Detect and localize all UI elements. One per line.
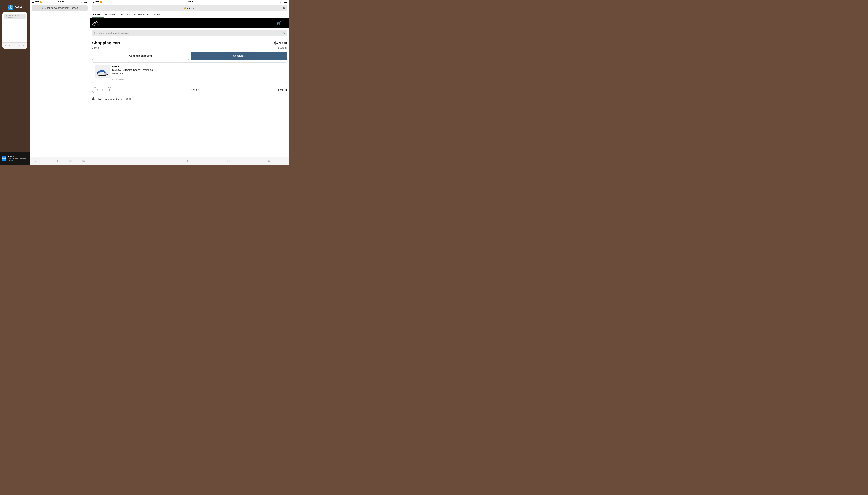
rei-search-bar[interactable]: Search for great gear & clothing 🔍: [92, 30, 287, 36]
tab-used-gear[interactable]: USED GEAR: [118, 12, 133, 18]
tabs-icon: ⧉: [23, 45, 25, 47]
rei-status-right: ◎ ↗ ⚡: [280, 1, 287, 3]
back-icon: ‹: [5, 45, 6, 47]
lock-icon: 🔒: [184, 7, 186, 9]
cart-header-row: Shopping cart $79.00: [92, 40, 287, 46]
rei-address-bar[interactable]: 🔒 rei.com ↻: [92, 5, 287, 12]
safari-bottom-bar-loading: ‹ › ⬆ 📖 ⧉: [30, 157, 89, 165]
item-name: Skyhawk Climbing Shoes - Women's: [112, 68, 285, 72]
status-right: ◎ ↗ ⚡: [80, 1, 87, 3]
carrier-label: AT&T: [35, 1, 39, 3]
bookmarks-button[interactable]: 📖: [67, 158, 74, 164]
switcher-search-text: Search or enter website name: [8, 15, 24, 18]
rei-back-button[interactable]: ‹: [109, 159, 110, 163]
rei-wifi-icon: 📶: [100, 1, 102, 3]
rei-bottom-bar: ‹ › ⬆ 📖 ⧉: [90, 157, 289, 165]
checkout-button[interactable]: Checkout: [191, 52, 287, 60]
menu-icon[interactable]: ☰: [284, 21, 287, 25]
tab-rei-adventures[interactable]: REI ADVENTURES: [133, 12, 153, 18]
cart-icon[interactable]: 🛒: [277, 21, 281, 25]
rei-header: REI CO·OP 🛒 ☰: [90, 18, 289, 28]
unit-price: $79.00: [191, 89, 199, 92]
svg-text:CO·OP: CO·OP: [93, 24, 95, 25]
cart-item-details: evolv Skyhawk Climbing Shoes - Women's W…: [112, 65, 285, 81]
shipping-text: Ship - Free for orders over $50: [97, 98, 131, 100]
handoff-title: Safari: [8, 155, 28, 158]
safari-content-loading: [30, 12, 89, 157]
share-button[interactable]: ⬆: [55, 159, 60, 163]
rei-carrier: AT&T: [95, 1, 99, 3]
battery-tip: [87, 2, 88, 2]
reload-icon[interactable]: ↻: [283, 6, 285, 10]
rei-logo-svg: REI CO·OP: [92, 19, 101, 27]
arrow-icon: ↗: [82, 1, 84, 3]
rei-domain: rei.com: [187, 7, 195, 10]
quantity-increase-button[interactable]: +: [106, 87, 112, 93]
safari-progress-bar: [34, 11, 51, 12]
switcher-search-bar: 🔍 Search or enter website name: [4, 14, 26, 19]
battery-icon: ⚡: [84, 1, 87, 3]
rei-battery-tip: [287, 2, 287, 2]
item-color: White/Blue: [112, 72, 285, 75]
rei-location-icon: ◎: [280, 1, 282, 3]
rei-logo: REI CO·OP: [92, 19, 101, 27]
rei-bookmarks-button[interactable]: 📖: [226, 159, 231, 163]
rei-time: 4:07 PM: [188, 1, 194, 3]
safari-address-bar-loading[interactable]: 🔍 Opening Webpage from Handoff: [32, 5, 88, 12]
svg-point-13: [104, 72, 107, 74]
signal-bar-4: [94, 1, 94, 3]
rei-arrow-icon: ↗: [282, 1, 284, 3]
cart-item-image: [95, 65, 110, 78]
continue-shopping-button[interactable]: Continue shopping: [92, 52, 189, 60]
rei-panel: AT&T 📶 4:07 PM ◎ ↗ ⚡ 🔒 rei.com ↻ SHOP RE…: [89, 0, 289, 165]
rei-search-icon: 🔍: [282, 31, 285, 34]
bookmarks-icon: □: [18, 45, 19, 47]
wifi-icon: 📶: [40, 1, 42, 3]
shipping-radio[interactable]: [92, 97, 95, 100]
signal-bar-3: [33, 2, 34, 3]
cart-meta-row: 1 item Subtotal: [92, 46, 287, 49]
tabs-button[interactable]: ⧉: [81, 159, 86, 164]
cart-item-card: evolv Skyhawk Climbing Shoes - Women's W…: [92, 62, 287, 83]
shipping-radio-fill: [93, 98, 94, 100]
search-icon-sm: 🔍: [41, 7, 44, 9]
quantity-control: − 1 +: [92, 87, 112, 93]
switcher-app-title: Safari: [15, 6, 22, 9]
search-icon: 🔍: [5, 16, 8, 17]
signal-bar-4: [34, 1, 34, 3]
rei-forward-button[interactable]: ›: [148, 159, 149, 163]
tab-classes[interactable]: CLASSES: [153, 12, 165, 18]
forward-icon: ›: [9, 45, 10, 47]
app-switcher-panel: Safari 🔍 Search or enter website name ‹ …: [0, 0, 30, 165]
rei-search-placeholder: Search for great gear & clothing: [94, 32, 280, 34]
rei-share-button[interactable]: ⬆: [186, 159, 189, 163]
quantity-decrease-button[interactable]: −: [92, 87, 98, 93]
switcher-card-content: [2, 20, 27, 42]
handoff-bar[interactable]: Safari From "Helen's MacBook Pro (2)" →: [0, 152, 30, 165]
cart-buttons: Continue shopping Checkout: [92, 52, 287, 60]
cart-section: Shopping cart $79.00 1 item Subtotal Con…: [90, 37, 289, 87]
ios-status-bar-loading: AT&T 📶 4:07 PM ◎ ↗ ⚡: [30, 0, 89, 4]
share-icon: ↑: [13, 45, 15, 47]
item-sku: #1280590005: [112, 78, 285, 81]
signal-bars: [32, 1, 34, 3]
status-left: AT&T 📶: [32, 1, 42, 3]
safari-app-icon: [8, 5, 13, 10]
forward-button[interactable]: ›: [44, 159, 48, 164]
handoff-arrow: →: [32, 156, 35, 161]
rei-status-left: AT&T 📶: [92, 1, 102, 3]
signal-bar-1: [92, 2, 92, 3]
cart-item-count: 1 item: [92, 46, 99, 49]
rei-tabs-button[interactable]: ⧉: [268, 159, 270, 163]
loading-address-text: Opening Webpage from Handoff: [45, 7, 78, 10]
tab-shop-rei[interactable]: SHOP REI: [92, 12, 104, 18]
total-price: $79.00: [278, 88, 287, 92]
rei-signal-bars: [92, 1, 94, 3]
item-brand: evolv: [112, 65, 285, 68]
tab-rei-outlet[interactable]: REI OUTLET: [104, 12, 118, 18]
location-icon: ◎: [80, 1, 82, 3]
time-label: 4:07 PM: [58, 1, 65, 3]
handoff-safari-icon: [2, 156, 6, 161]
safari-loading-panel: AT&T 📶 4:07 PM ◎ ↗ ⚡ 🔍 Opening Webpage f…: [30, 0, 89, 165]
switcher-safari-card[interactable]: 🔍 Search or enter website name ‹ › ↑ □ ⧉: [2, 12, 27, 49]
